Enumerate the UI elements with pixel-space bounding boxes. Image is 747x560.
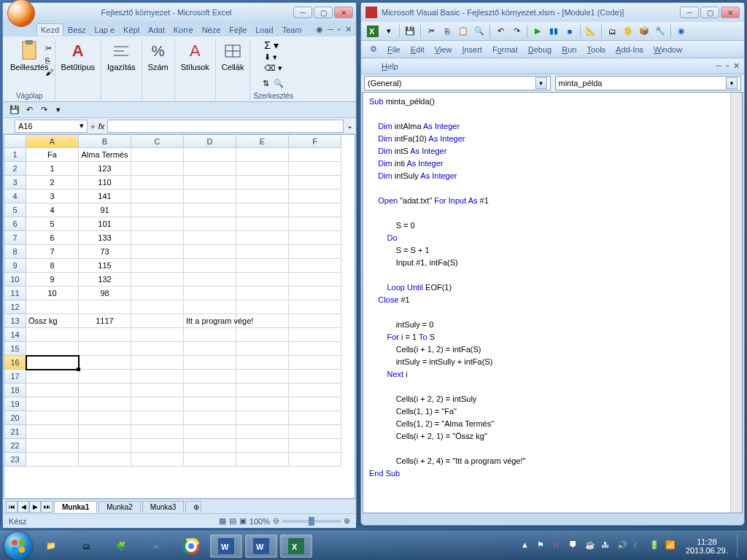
cell[interactable]: 2 bbox=[26, 176, 79, 190]
vba-titlebar[interactable]: Microsoft Visual Basic - Fejlesztő körny… bbox=[361, 3, 744, 22]
cell[interactable] bbox=[289, 370, 341, 384]
vb-minimize-button[interactable]: ─ bbox=[680, 7, 699, 18]
sort-icon[interactable]: ⇅ bbox=[263, 79, 269, 88]
spreadsheet-grid[interactable]: ABCDEF 1FaAlma Termés2112332110431415491… bbox=[4, 134, 355, 499]
cell[interactable] bbox=[289, 425, 341, 439]
sheet-tab-2[interactable]: Munka2 bbox=[98, 501, 141, 513]
save-icon[interactable]: 💾 bbox=[9, 104, 20, 116]
tray-wifi-icon[interactable]: 📶 bbox=[665, 540, 677, 552]
format-painter-icon[interactable]: 🖌 bbox=[45, 68, 53, 77]
menu-view[interactable]: View bbox=[430, 44, 457, 55]
cell[interactable] bbox=[184, 231, 236, 245]
cut-icon[interactable]: ✂ bbox=[424, 24, 438, 39]
cell[interactable] bbox=[289, 287, 341, 300]
cell[interactable] bbox=[289, 176, 341, 190]
row-header[interactable]: 15 bbox=[4, 342, 26, 356]
col-header-F[interactable]: F bbox=[289, 135, 341, 148]
cell[interactable]: 10 bbox=[26, 287, 79, 300]
cell[interactable] bbox=[236, 217, 289, 231]
row-header[interactable]: 5 bbox=[4, 203, 26, 217]
minimize-button[interactable]: ─ bbox=[293, 7, 312, 18]
cell[interactable]: 115 bbox=[79, 259, 131, 273]
cell[interactable] bbox=[131, 314, 184, 328]
project-explorer-icon[interactable]: 🗂 bbox=[605, 24, 619, 39]
row-header[interactable]: 13 bbox=[4, 314, 26, 328]
cell[interactable]: 1117 bbox=[79, 314, 131, 328]
design-mode-icon[interactable]: 📐 bbox=[584, 24, 598, 39]
mdi-minimize[interactable]: ─ bbox=[716, 61, 721, 71]
taskbar-app2[interactable]: 🧩 bbox=[105, 534, 137, 558]
cell[interactable] bbox=[184, 190, 236, 203]
cell[interactable] bbox=[289, 148, 341, 162]
cell[interactable]: 101 bbox=[79, 217, 131, 231]
cell[interactable] bbox=[289, 356, 341, 370]
cell[interactable] bbox=[289, 453, 341, 467]
cell[interactable] bbox=[184, 217, 236, 231]
cell[interactable]: 6 bbox=[26, 231, 79, 245]
cell[interactable] bbox=[236, 370, 289, 384]
cell[interactable] bbox=[131, 300, 184, 314]
tray-battery-icon[interactable]: 🔋 bbox=[649, 540, 661, 552]
cell[interactable] bbox=[184, 328, 236, 342]
vb-close-button[interactable]: ✕ bbox=[721, 7, 740, 18]
row-header[interactable]: 21 bbox=[4, 425, 26, 439]
styles-group[interactable]: A Stílusok bbox=[178, 39, 212, 73]
menu-tools[interactable]: Tools bbox=[582, 44, 610, 55]
undo-icon[interactable]: ↶ bbox=[493, 24, 508, 39]
sheet-nav-prev-icon[interactable]: ◀ bbox=[18, 501, 29, 513]
cell[interactable] bbox=[26, 384, 79, 397]
row-header[interactable]: 23 bbox=[4, 453, 26, 467]
cell[interactable] bbox=[131, 384, 184, 397]
cell[interactable]: Össz kg bbox=[26, 314, 79, 328]
col-header-A[interactable]: A bbox=[26, 135, 79, 148]
cell[interactable] bbox=[236, 259, 289, 273]
mdi-close[interactable]: ✕ bbox=[345, 25, 352, 34]
cell[interactable] bbox=[289, 231, 341, 245]
row-header[interactable]: 18 bbox=[4, 384, 26, 397]
cell[interactable] bbox=[236, 190, 289, 203]
cell[interactable]: 8 bbox=[26, 259, 79, 273]
menu-insert[interactable]: Insert bbox=[457, 44, 487, 55]
find-icon[interactable]: 🔍 bbox=[472, 24, 487, 39]
view-excel-icon[interactable]: X bbox=[365, 24, 380, 39]
taskbar-chrome[interactable] bbox=[175, 534, 207, 558]
cell[interactable] bbox=[26, 453, 79, 467]
sheet-nav-last-icon[interactable]: ⏭ bbox=[41, 501, 53, 513]
cell[interactable] bbox=[184, 411, 236, 425]
code-editor[interactable]: Sub minta_példa() Dim intAlma As Integer… bbox=[363, 92, 743, 513]
cell[interactable] bbox=[236, 342, 289, 356]
cell[interactable] bbox=[236, 453, 289, 467]
reset-icon[interactable]: ■ bbox=[562, 24, 577, 39]
menu-help[interactable]: Help bbox=[365, 62, 398, 71]
cell[interactable] bbox=[79, 356, 131, 370]
view-normal-icon[interactable]: ▦ bbox=[219, 516, 226, 526]
cell[interactable]: Fa bbox=[26, 148, 79, 162]
cell[interactable] bbox=[289, 273, 341, 287]
cell[interactable] bbox=[79, 328, 131, 342]
row-header[interactable]: 22 bbox=[4, 439, 26, 453]
cell[interactable] bbox=[289, 439, 341, 453]
col-header-D[interactable]: D bbox=[184, 135, 236, 148]
cell[interactable] bbox=[236, 231, 289, 245]
row-header[interactable]: 17 bbox=[4, 370, 26, 384]
cell[interactable] bbox=[289, 411, 341, 425]
fill-icon[interactable]: ⬇ ▾ bbox=[264, 52, 277, 62]
cell[interactable]: Itt a program vége! bbox=[184, 314, 236, 328]
cell[interactable]: 98 bbox=[79, 287, 131, 300]
cell[interactable] bbox=[131, 356, 184, 370]
cell[interactable] bbox=[131, 453, 184, 467]
cell[interactable] bbox=[26, 425, 79, 439]
cell[interactable] bbox=[131, 342, 184, 356]
cell[interactable] bbox=[184, 356, 236, 370]
properties-icon[interactable]: 🖐 bbox=[621, 24, 635, 39]
excel-titlebar[interactable]: Fejlesztő környezet - Microsoft Excel ─ … bbox=[3, 3, 356, 22]
tab-insert[interactable]: Besz bbox=[63, 23, 90, 36]
tab-page[interactable]: Lap e bbox=[90, 23, 120, 36]
cell[interactable] bbox=[236, 384, 289, 397]
cell[interactable] bbox=[131, 328, 184, 342]
tray-icon[interactable]: ▲ bbox=[521, 540, 533, 552]
cell[interactable] bbox=[236, 176, 289, 190]
qat-customize-icon[interactable]: ▾ bbox=[53, 104, 64, 116]
sheet-tab-1[interactable]: Munka1 bbox=[54, 501, 97, 513]
sheet-tab-3[interactable]: Munka3 bbox=[142, 501, 185, 513]
